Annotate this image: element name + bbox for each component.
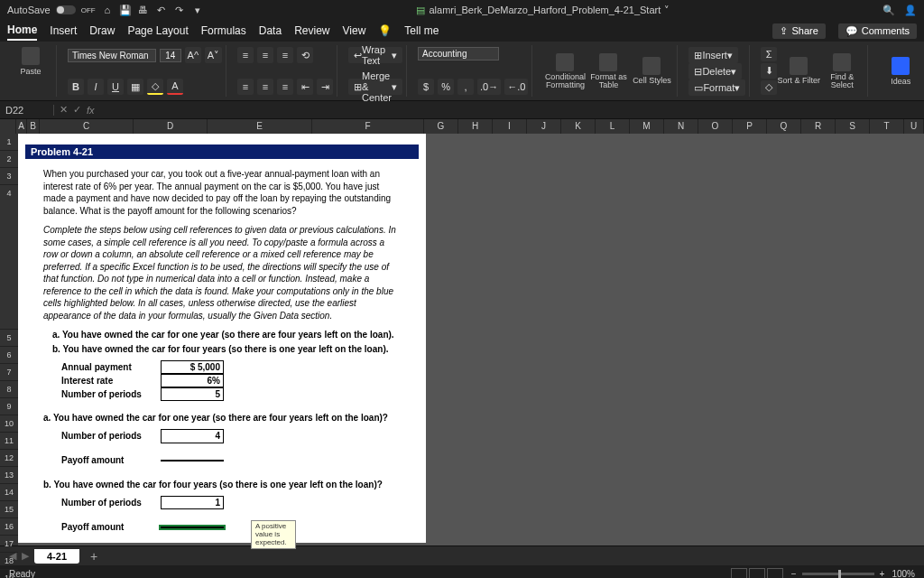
user-icon[interactable]: 👤: [904, 4, 917, 16]
row-header-1[interactable]: 1: [0, 134, 18, 151]
tab-draw[interactable]: Draw: [89, 22, 115, 40]
underline-button[interactable]: U: [107, 79, 124, 95]
col-header-B[interactable]: B: [27, 119, 40, 134]
col-header-P[interactable]: P: [733, 119, 767, 134]
view-page-break-icon[interactable]: [767, 568, 783, 578]
align-center-icon[interactable]: ≡: [257, 79, 273, 95]
delete-cells-button[interactable]: ⊟ Delete ▾: [688, 63, 742, 79]
ideas-button[interactable]: Ideas: [879, 47, 922, 95]
zoom-level[interactable]: 100%: [892, 569, 915, 579]
decrease-indent-icon[interactable]: ⇤: [297, 79, 313, 95]
wrap-text-button[interactable]: ↩ Wrap Text ▾: [348, 47, 402, 63]
col-header-O[interactable]: O: [698, 119, 733, 134]
bold-button[interactable]: B: [68, 79, 84, 95]
row-header-8[interactable]: 8: [0, 381, 18, 398]
border-button[interactable]: ▦: [127, 79, 143, 95]
paste-button[interactable]: Paste: [9, 47, 52, 76]
col-header-N[interactable]: N: [664, 119, 698, 134]
orientation-icon[interactable]: ⟲: [297, 47, 313, 63]
col-header-E[interactable]: E: [208, 119, 312, 134]
increase-font-icon[interactable]: A^: [185, 47, 201, 63]
insert-cells-button[interactable]: ⊞ Insert ▾: [688, 47, 738, 63]
cell-interest-rate[interactable]: 6%: [161, 374, 224, 388]
row-header-16[interactable]: 16: [0, 518, 18, 536]
col-header-U[interactable]: U: [904, 119, 924, 134]
col-header-M[interactable]: M: [630, 119, 664, 134]
autosum-icon[interactable]: Σ: [761, 47, 777, 61]
cell-styles-button[interactable]: Cell Styles: [630, 47, 673, 95]
tell-me[interactable]: Tell me: [404, 22, 439, 40]
col-header-G[interactable]: G: [424, 119, 458, 134]
row-header-18[interactable]: 18: [0, 553, 18, 570]
save-icon[interactable]: 💾: [119, 4, 132, 16]
row-header-6[interactable]: 6: [0, 347, 18, 364]
align-middle-icon[interactable]: ≡: [257, 47, 273, 63]
row-header-2[interactable]: 2: [0, 151, 18, 168]
enter-formula-icon[interactable]: ✓: [73, 104, 81, 116]
col-header-R[interactable]: R: [801, 119, 836, 134]
fill-color-button[interactable]: ◇: [147, 79, 163, 95]
col-header-H[interactable]: H: [458, 119, 493, 134]
currency-icon[interactable]: $: [418, 79, 434, 95]
col-header-C[interactable]: C: [40, 119, 134, 134]
clear-icon[interactable]: ◇: [761, 80, 777, 95]
sheet-canvas[interactable]: Problem 4-21 When you purchased your car…: [18, 134, 924, 545]
format-as-table-button[interactable]: Format as Table: [587, 47, 630, 95]
col-header-A[interactable]: A: [16, 119, 27, 134]
cell-num-periods[interactable]: 5: [161, 387, 224, 402]
zoom-slider[interactable]: [802, 573, 874, 575]
row-header-14[interactable]: 14: [0, 484, 18, 501]
select-all-corner[interactable]: [0, 119, 16, 134]
view-normal-icon[interactable]: [731, 568, 747, 578]
tab-review[interactable]: Review: [294, 22, 329, 40]
cancel-formula-icon[interactable]: ✕: [60, 104, 68, 116]
tab-insert[interactable]: Insert: [50, 22, 77, 40]
sheet-nav-next-icon[interactable]: ▶: [22, 550, 29, 562]
row-header-10[interactable]: 10: [0, 415, 18, 433]
col-header-D[interactable]: D: [134, 119, 208, 134]
autosave-toggle[interactable]: [56, 5, 76, 14]
conditional-formatting-button[interactable]: Conditional Formatting: [543, 47, 587, 95]
home-icon[interactable]: ⌂: [101, 4, 114, 16]
merge-center-button[interactable]: ⊞ Merge & Center ▾: [348, 79, 402, 95]
cell-annual-payment[interactable]: $ 5,000: [161, 360, 224, 375]
cell-periods-b[interactable]: 1: [161, 496, 224, 510]
sheet-tab-active[interactable]: 4-21: [34, 549, 79, 564]
align-right-icon[interactable]: ≡: [277, 79, 293, 95]
increase-indent-icon[interactable]: ⇥: [317, 79, 333, 95]
font-size-select[interactable]: 14: [160, 49, 181, 62]
italic-button[interactable]: I: [88, 79, 104, 95]
row-header-17[interactable]: 17: [0, 536, 18, 553]
tab-home[interactable]: Home: [7, 21, 37, 41]
col-header-Q[interactable]: Q: [767, 119, 801, 134]
row-header-4[interactable]: 4: [0, 185, 18, 330]
add-sheet-button[interactable]: +: [85, 549, 103, 564]
align-bottom-icon[interactable]: ≡: [277, 47, 293, 63]
fill-icon[interactable]: ⬇: [761, 63, 777, 78]
zoom-out-button[interactable]: −: [791, 569, 797, 579]
search-icon[interactable]: 🔍: [882, 4, 895, 16]
row-header-9[interactable]: 9: [0, 398, 18, 415]
align-left-icon[interactable]: ≡: [237, 79, 254, 95]
decrease-decimal-icon[interactable]: ←.0: [504, 79, 528, 95]
format-cells-button[interactable]: ▭ Format ▾: [688, 79, 745, 96]
sort-filter-button[interactable]: Sort & Filter: [777, 47, 820, 95]
align-top-icon[interactable]: ≡: [237, 47, 254, 63]
tab-page-layout[interactable]: Page Layout: [127, 22, 188, 40]
col-header-I[interactable]: I: [493, 119, 527, 134]
col-header-F[interactable]: F: [312, 119, 424, 134]
row-header-5[interactable]: 5: [0, 330, 18, 347]
percent-icon[interactable]: %: [438, 79, 454, 95]
tab-data[interactable]: Data: [259, 22, 282, 40]
number-format-select[interactable]: Accounting: [418, 47, 499, 61]
row-header-3[interactable]: 3: [0, 168, 18, 185]
row-header-11[interactable]: 11: [0, 433, 18, 450]
redo-icon[interactable]: ↷: [173, 4, 186, 16]
spreadsheet-grid[interactable]: ABCDEFGHIJKLMNOPQRSTU 123456789101112131…: [0, 119, 924, 545]
row-header-7[interactable]: 7: [0, 364, 18, 381]
col-header-T[interactable]: T: [870, 119, 904, 134]
cell-periods-a[interactable]: 4: [161, 429, 224, 443]
find-select-button[interactable]: Find & Select: [820, 47, 864, 95]
col-header-J[interactable]: J: [527, 119, 561, 134]
share-button[interactable]: ⇪Share: [772, 23, 825, 39]
